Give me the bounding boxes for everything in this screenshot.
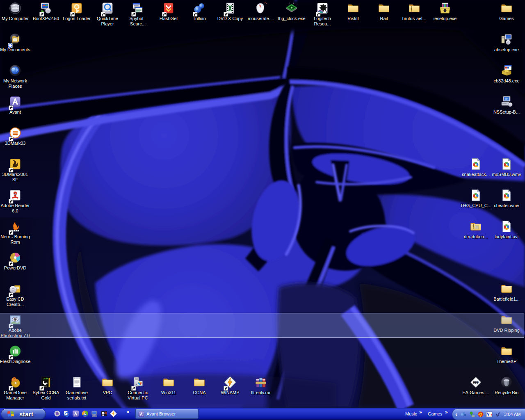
svg-text:2: 2 bbox=[491, 414, 492, 417]
